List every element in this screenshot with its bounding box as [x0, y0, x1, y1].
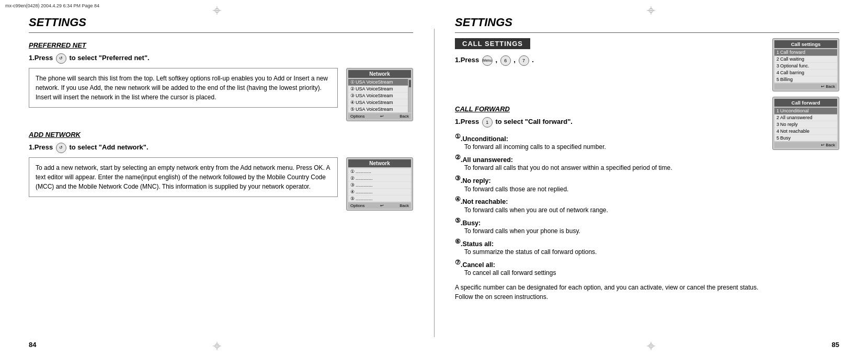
cf-item4: ④.Not reachable: To forward calls when y…	[455, 195, 767, 214]
cf-phone-item5: 5Busy	[774, 135, 837, 141]
cf-item1: ①.Unconditional: To forward all incoming…	[455, 133, 767, 152]
cf-item6: ⑥.Status all: To summarize the status of…	[455, 238, 767, 257]
left-page-title: SETTINGS	[29, 16, 86, 29]
right-section2-title: CALL FORWARD	[455, 105, 767, 113]
section1-description: The phone will search this list from the…	[29, 68, 338, 108]
cf-item2: ②.All unanswered: To forward all calls t…	[455, 154, 767, 172]
phone2-item3: ③.............	[348, 182, 411, 189]
phone-callsettings-title: Call settings	[774, 40, 837, 48]
left-page-number: 84	[29, 341, 36, 349]
right-section1-instruction: 1.Press Menu , 6 , 7 .	[455, 55, 767, 66]
cf-item3: ③.No reply: To forward calls those are n…	[455, 175, 767, 193]
section2-instruction: 1.Press ↺ to select "Add network".	[29, 143, 413, 153]
phone1-item1: ①USA VoiceStream	[348, 79, 411, 86]
phone1-item2: ②USA VoiceStream	[348, 86, 411, 93]
phone1-item4: ④USA VoiceStream	[348, 99, 411, 106]
cf-phone-item2: 2All unanswered	[774, 114, 837, 121]
phone-callforward-title: Call forward	[774, 99, 837, 107]
phone1-title-bar: Network	[348, 70, 411, 78]
cs-softkey-bar: ↩ Back	[774, 84, 837, 89]
cs-item4: 4Call barring	[774, 70, 837, 76]
cf-phone-item1: 1Unconditional	[774, 108, 837, 114]
menu-button: Menu	[482, 55, 493, 66]
key7-button: 7	[519, 55, 529, 66]
cf-phone-item3: 3No reply	[774, 121, 837, 128]
phone2-softkey-bar: Options ↩ Back	[348, 203, 411, 209]
cross-mark-top-right	[647, 6, 655, 16]
phone1-item5: ⑤USA VoiceStream	[348, 106, 411, 112]
section1-title: PREFERRED NET	[29, 41, 413, 49]
cs-item5: 5Billing	[774, 76, 837, 83]
phone2-title-bar: Network	[348, 159, 411, 167]
call-settings-bar: CALL SETTINGS	[455, 38, 530, 49]
cf-item5: ⑤.Busy: To forward calls when your phone…	[455, 217, 767, 236]
section1-instruction: 1.Press ↺ to select "Preferred net".	[29, 53, 413, 64]
key6-button: 6	[500, 55, 511, 66]
print-mark: mx-c99en(0428) 2004.4.29 6:34 PM Page 84	[5, 3, 99, 8]
phone2-item4: ④.............	[348, 189, 411, 195]
scroll-button2: ↺	[56, 143, 66, 153]
phone1-softkey-bar: Options ↩ Back	[348, 113, 411, 119]
num1-button: 1	[482, 117, 493, 128]
section2-description: To add a new network, start by selecting…	[29, 157, 338, 197]
phone2-item1: ①............	[348, 168, 411, 175]
cf-item7: ⑦.Cancel all: To cancel all call forward…	[455, 259, 767, 278]
phone1-item3: ③USA VoiceStream	[348, 93, 411, 99]
scroll-button: ↺	[56, 53, 66, 64]
cf-softkey-bar: ↩ Back	[774, 142, 837, 148]
specific-note: A specific number can be designated for …	[455, 283, 767, 302]
cs-item1: 1Call forward	[774, 49, 837, 56]
phone2-item5: ⑤.............	[348, 195, 411, 202]
phone2-item2: ②.............	[348, 175, 411, 182]
right-page-number: 85	[832, 341, 839, 349]
section2-title: ADD NETWORK	[29, 131, 413, 138]
right-section2-instruction: 1.Press 1 to select "Call forward".	[455, 117, 767, 128]
cs-item2: 2Call waiting	[774, 56, 837, 63]
cross-mark-bottom-left	[213, 342, 221, 352]
cross-mark-top-left	[213, 6, 221, 16]
cs-item3: 3Optional func.	[774, 63, 837, 70]
cf-phone-item4: 4Not reachable	[774, 128, 837, 135]
right-page-title: SETTINGS	[455, 16, 512, 29]
cross-mark-bottom-right	[647, 342, 655, 352]
